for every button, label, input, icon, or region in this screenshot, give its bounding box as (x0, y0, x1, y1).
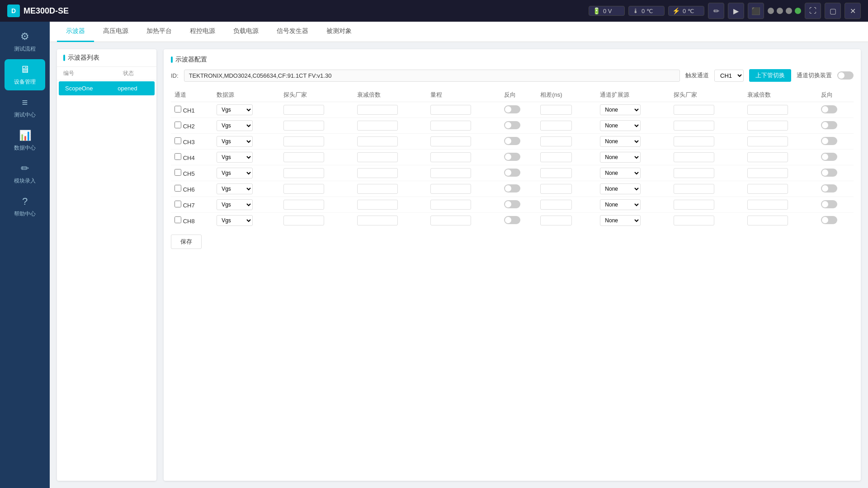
ch-ch3-checkbox[interactable] (175, 137, 181, 144)
ch-ch8-expand-reverse-toggle[interactable] (821, 216, 837, 224)
ch-ch6-datasource[interactable]: VgsVdsId (217, 183, 253, 194)
ch-ch6-attenuation[interactable] (357, 184, 398, 194)
ch-ch7-expand-attenuation[interactable] (747, 200, 788, 210)
ch-ch4-datasource[interactable]: VgsVdsId (217, 152, 253, 163)
ch-ch6-range[interactable] (430, 184, 471, 194)
tab-test-target[interactable]: 被测对象 (317, 22, 361, 42)
ch-ch2-datasource[interactable]: VgsVdsId (217, 120, 253, 131)
ch-ch2-expand-probe-vendor[interactable] (674, 121, 714, 131)
channel-switch-button[interactable]: 上下管切换 (749, 69, 791, 82)
ch-ch7-reverse-toggle[interactable] (504, 200, 520, 208)
ch-ch6-probe-vendor[interactable] (283, 184, 324, 194)
ch-ch2-reverse-toggle[interactable] (504, 121, 520, 129)
ch-ch3-datasource[interactable]: VgsVdsId (217, 136, 253, 147)
ch-ch6-expand-attenuation[interactable] (747, 184, 788, 194)
ch-ch6-expand-probe-vendor[interactable] (674, 184, 714, 194)
tab-load-power[interactable]: 负载电源 (224, 22, 268, 42)
ch-ch7-expand-probe-vendor[interactable] (674, 200, 714, 210)
ch-ch1-probe-vendor[interactable] (283, 105, 324, 115)
ch-ch7-expand-reverse-toggle[interactable] (821, 200, 837, 208)
ch-ch6-checkbox[interactable] (175, 185, 181, 192)
ch-ch7-expand-source[interactable]: NoneCH1CH2CH3CH4 (600, 199, 641, 210)
ch-ch5-reverse-toggle[interactable] (504, 169, 520, 177)
ch-ch3-expand-probe-vendor[interactable] (674, 136, 714, 146)
tab-oscilloscope[interactable]: 示波器 (57, 22, 94, 42)
save-button[interactable]: 保存 (171, 235, 202, 249)
edit-button[interactable]: ✏ (708, 3, 724, 19)
ch-ch4-expand-reverse-toggle[interactable] (821, 153, 837, 161)
ch-ch8-expand-probe-vendor[interactable] (674, 216, 714, 225)
ch-ch2-attenuation[interactable] (357, 121, 398, 131)
ch-ch3-expand-reverse-toggle[interactable] (821, 137, 837, 145)
tab-heating[interactable]: 加热平台 (137, 22, 181, 42)
ch-ch5-expand-source[interactable]: NoneCH1CH2CH3CH4 (600, 168, 641, 178)
ch-ch5-checkbox[interactable] (175, 169, 181, 176)
ch-ch2-range[interactable] (430, 121, 471, 131)
sidebar-item-help-center[interactable]: ? 帮助中心 (5, 191, 45, 222)
ch-ch7-checkbox[interactable] (175, 201, 181, 207)
ch-ch1-expand-attenuation[interactable] (747, 105, 788, 115)
sidebar-item-test-flow[interactable]: ⚙ 测试流程 (5, 26, 45, 57)
ch-ch1-expand-source[interactable]: NoneCH1CH2CH3CH4 (600, 104, 641, 115)
ch-ch3-phase-diff[interactable] (540, 136, 572, 146)
ch-ch8-range[interactable] (430, 216, 471, 225)
ch-ch5-phase-diff[interactable] (540, 168, 572, 178)
ch-ch4-probe-vendor[interactable] (283, 152, 324, 162)
ch-ch4-expand-source[interactable]: NoneCH1CH2CH3CH4 (600, 152, 641, 163)
ch-ch6-phase-diff[interactable] (540, 184, 572, 194)
ch-ch4-attenuation[interactable] (357, 152, 398, 162)
close-button[interactable]: ✕ (844, 3, 861, 19)
ch-ch8-attenuation[interactable] (357, 216, 398, 225)
sidebar-item-data-center[interactable]: 📊 数据中心 (5, 125, 45, 156)
ch-ch6-expand-source[interactable]: NoneCH1CH2CH3CH4 (600, 183, 641, 194)
ch-ch8-reverse-toggle[interactable] (504, 216, 520, 224)
ch-ch1-reverse-toggle[interactable] (504, 105, 520, 113)
ch-ch7-attenuation[interactable] (357, 200, 398, 210)
ch-ch2-checkbox[interactable] (175, 122, 181, 128)
ch-ch4-phase-diff[interactable] (540, 152, 572, 162)
ch-ch3-probe-vendor[interactable] (283, 136, 324, 146)
ch-ch8-probe-vendor[interactable] (283, 216, 324, 225)
ch-ch2-probe-vendor[interactable] (283, 121, 324, 131)
ch-ch2-phase-diff[interactable] (540, 121, 572, 131)
play-button[interactable]: ▶ (728, 3, 744, 19)
ch-ch6-expand-reverse-toggle[interactable] (821, 184, 837, 192)
maximize-button[interactable]: ▢ (825, 3, 841, 19)
ch-ch4-reverse-toggle[interactable] (504, 153, 520, 161)
ch-ch1-checkbox[interactable] (175, 106, 181, 113)
ch-ch1-datasource[interactable]: VgsVdsId (217, 104, 253, 115)
tab-hvps[interactable]: 高压电源 (94, 22, 137, 42)
ch-ch7-probe-vendor[interactable] (283, 200, 324, 210)
ch-ch7-range[interactable] (430, 200, 471, 210)
ch-ch3-expand-attenuation[interactable] (747, 136, 788, 146)
ch-ch5-expand-probe-vendor[interactable] (674, 168, 714, 178)
ch-ch1-phase-diff[interactable] (540, 105, 572, 115)
ch-ch5-datasource[interactable]: VgsVdsId (217, 168, 253, 178)
ch-ch3-reverse-toggle[interactable] (504, 137, 520, 145)
ch-ch8-expand-source[interactable]: NoneCH1CH2CH3CH4 (600, 215, 641, 226)
ch-ch1-attenuation[interactable] (357, 105, 398, 115)
ch-ch5-expand-attenuation[interactable] (747, 168, 788, 178)
sidebar-item-device-mgmt[interactable]: 🖥 设备管理 (5, 59, 45, 90)
ch-ch1-expand-reverse-toggle[interactable] (821, 105, 837, 113)
ch-ch5-range[interactable] (430, 168, 471, 178)
ch-ch2-expand-attenuation[interactable] (747, 121, 788, 131)
ch-ch4-expand-probe-vendor[interactable] (674, 152, 714, 162)
ch-ch5-attenuation[interactable] (357, 168, 398, 178)
ch-ch3-range[interactable] (430, 136, 471, 146)
ch-ch4-range[interactable] (430, 152, 471, 162)
ch-ch6-reverse-toggle[interactable] (504, 184, 520, 192)
ch-ch4-checkbox[interactable] (175, 153, 181, 160)
ch-ch8-datasource[interactable]: VgsVdsId (217, 215, 253, 226)
id-input[interactable] (184, 70, 680, 82)
ch-ch7-datasource[interactable]: VgsVdsId (217, 199, 253, 210)
ch-ch8-checkbox[interactable] (175, 216, 181, 223)
ch-ch8-expand-attenuation[interactable] (747, 216, 788, 225)
ch-ch1-range[interactable] (430, 105, 471, 115)
oscilloscope-list-row[interactable]: ScopeOne opened (59, 81, 155, 95)
sidebar-item-test-center[interactable]: ≡ 测试中心 (5, 92, 45, 123)
expand-button[interactable]: ⛶ (805, 3, 821, 19)
ch-ch4-expand-attenuation[interactable] (747, 152, 788, 162)
trigger-channel-select[interactable]: CH1 CH2 CH3 CH4 (714, 70, 744, 82)
stop-button[interactable]: ⬛ (748, 3, 764, 19)
